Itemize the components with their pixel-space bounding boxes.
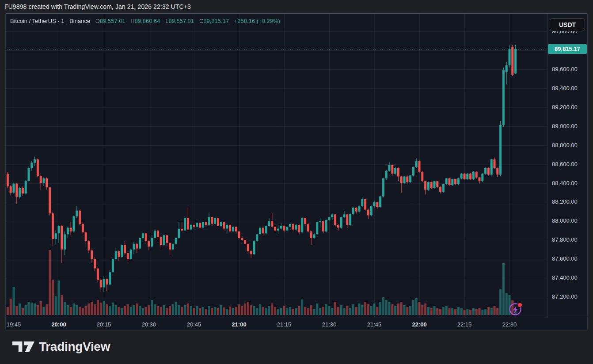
chart-widget: Bitcoin / TetherUS · 1 · Binance O89,557… xyxy=(5,13,588,330)
open-value: 89,557.01 xyxy=(100,18,125,24)
open-label: O xyxy=(95,18,100,24)
candlestick-chart-canvas[interactable] xyxy=(6,14,547,318)
close-value: 89,815.17 xyxy=(203,18,229,24)
price-axis-label: 88,800.00 xyxy=(552,142,578,148)
flash-alert-icon[interactable] xyxy=(508,301,523,316)
price-axis-label: 89,400.00 xyxy=(552,85,578,91)
low-value: 89,557.01 xyxy=(168,18,194,24)
chart-legend-row: Bitcoin / TetherUS · 1 · Binance O89,557… xyxy=(10,18,280,24)
price-axis-label: 88,400.00 xyxy=(552,180,578,186)
close-label: C xyxy=(199,18,203,24)
price-axis-label: 89,600.00 xyxy=(552,66,578,72)
price-axis-label: 87,600.00 xyxy=(552,255,578,262)
time-axis-label: 20:00 xyxy=(51,321,66,328)
currency-toggle-button[interactable]: USDT xyxy=(550,18,585,31)
attribution-text: FU9898 created with TradingView.com, Jan… xyxy=(0,0,593,13)
time-axis-label: 22:15 xyxy=(457,321,472,328)
price-axis-label: 88,000.00 xyxy=(552,217,578,224)
high-value: 89,860.64 xyxy=(135,18,160,24)
time-axis[interactable]: 19:4520:0020:1520:3020:4521:0021:1521:30… xyxy=(6,318,587,330)
price-change: +258.16 (+0.29%) xyxy=(234,18,280,24)
time-axis-label: 22:30 xyxy=(502,321,517,328)
price-axis-label: 87,800.00 xyxy=(552,236,578,243)
tradingview-logo-icon[interactable] xyxy=(12,339,34,355)
time-axis-label: 20:30 xyxy=(142,321,156,328)
price-axis[interactable]: 90,000.0089,600.0089,400.0089,200.0089,0… xyxy=(547,14,588,318)
time-axis-label: 20:45 xyxy=(187,321,201,328)
tradingview-wordmark[interactable]: TradingView xyxy=(39,340,110,354)
price-axis-label: 87,400.00 xyxy=(552,274,578,281)
price-axis-label: 88,600.00 xyxy=(552,161,578,167)
time-axis-label: 22:00 xyxy=(412,321,426,328)
price-axis-label: 88,200.00 xyxy=(552,198,578,205)
time-axis-label: 21:30 xyxy=(322,321,337,328)
price-axis-label: 89,000.00 xyxy=(552,123,578,129)
time-axis-label: 19:45 xyxy=(7,321,21,328)
last-price-badge: 89,815.17 xyxy=(548,44,587,54)
price-axis-label: 87,200.00 xyxy=(552,293,578,300)
time-axis-label: 21:45 xyxy=(367,321,382,328)
time-axis-label: 21:15 xyxy=(277,321,292,328)
time-axis-label: 20:15 xyxy=(97,321,111,328)
alert-red-dot xyxy=(518,303,522,307)
footer-branding: TradingView xyxy=(12,337,110,356)
symbol-title[interactable]: Bitcoin / TetherUS · 1 · Binance xyxy=(10,18,90,24)
high-label: H xyxy=(130,18,134,24)
price-axis-label: 89,200.00 xyxy=(552,104,578,110)
time-axis-label: 21:00 xyxy=(232,321,246,328)
lightning-bolt-icon xyxy=(513,306,518,314)
